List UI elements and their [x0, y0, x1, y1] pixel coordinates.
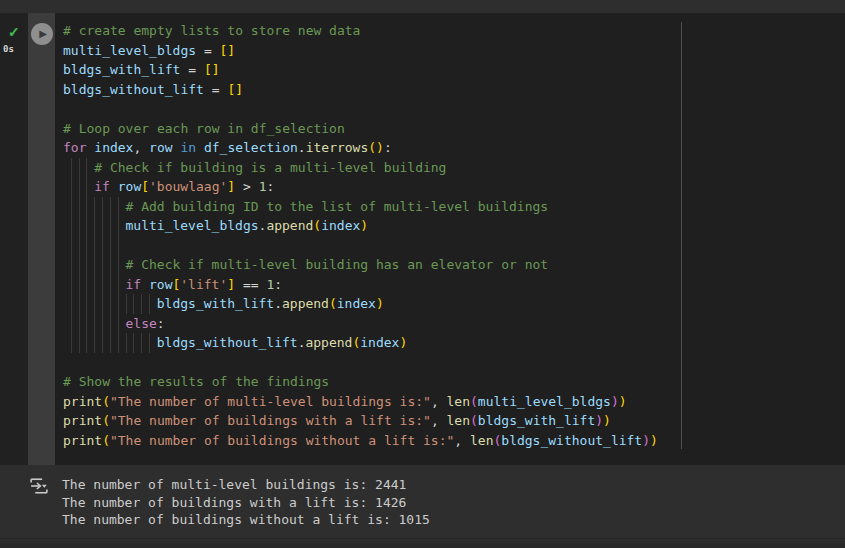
- code-line: [63, 236, 845, 256]
- code-line: # Show the results of the findings: [63, 372, 845, 392]
- code-line: [63, 99, 845, 119]
- code-line: # Add building ID to the list of multi-l…: [63, 197, 845, 217]
- code-line: bldgs_without_lift = []: [63, 80, 845, 100]
- code-cell: ✓ 0s ▶ # create empty lists to store new…: [0, 13, 845, 465]
- code-line: bldgs_with_lift.append(index): [63, 294, 845, 314]
- code-line: # create empty lists to store new data: [63, 21, 845, 41]
- output-line: The number of buildings without a lift i…: [62, 511, 430, 529]
- output-line: The number of multi-level buildings is: …: [62, 476, 430, 494]
- code-line: # Check if multi-level building has an e…: [63, 255, 845, 275]
- code-line: multi_level_bldgs = []: [63, 41, 845, 61]
- code-line: print("The number of multi-level buildin…: [63, 392, 845, 412]
- output-line: The number of buildings with a lift is: …: [62, 494, 430, 512]
- editor-ruler: [681, 22, 682, 449]
- code-line: # Check if building is a multi-level bui…: [63, 158, 845, 178]
- code-content: # create empty lists to store new datamu…: [63, 21, 845, 450]
- notebook-bottom-edge: [0, 543, 845, 548]
- code-line: if row['lift'] == 1:: [63, 275, 845, 295]
- code-line: bldgs_without_lift.append(index): [63, 333, 845, 353]
- code-line: if row['bouwlaag'] > 1:: [63, 177, 845, 197]
- output-options-button[interactable]: [29, 476, 49, 496]
- code-line: # Loop over each row in df_selection: [63, 119, 845, 139]
- cell-gutter: ▶: [28, 13, 55, 465]
- code-editor[interactable]: # create empty lists to store new datamu…: [55, 13, 845, 465]
- output-text: The number of multi-level buildings is: …: [62, 476, 430, 529]
- cell-status-column: ✓ 0s: [0, 13, 28, 465]
- output-options-icon: [29, 476, 49, 496]
- code-line: [63, 353, 845, 373]
- cell-output: The number of multi-level buildings is: …: [0, 465, 845, 539]
- execution-success-icon: ✓: [8, 25, 20, 39]
- code-line: else:: [63, 314, 845, 334]
- code-line: for index, row in df_selection.iterrows(…: [63, 138, 845, 158]
- code-line: bldgs_with_lift = []: [63, 60, 845, 80]
- run-cell-button[interactable]: ▶: [31, 23, 53, 45]
- code-line: multi_level_bldgs.append(index): [63, 216, 845, 236]
- code-line: print("The number of buildings without a…: [63, 431, 845, 451]
- notebook: ✓ 0s ▶ # create empty lists to store new…: [0, 0, 845, 548]
- code-line: print("The number of buildings with a li…: [63, 411, 845, 431]
- execution-duration: 0s: [3, 44, 14, 54]
- play-icon: ▶: [37, 29, 47, 39]
